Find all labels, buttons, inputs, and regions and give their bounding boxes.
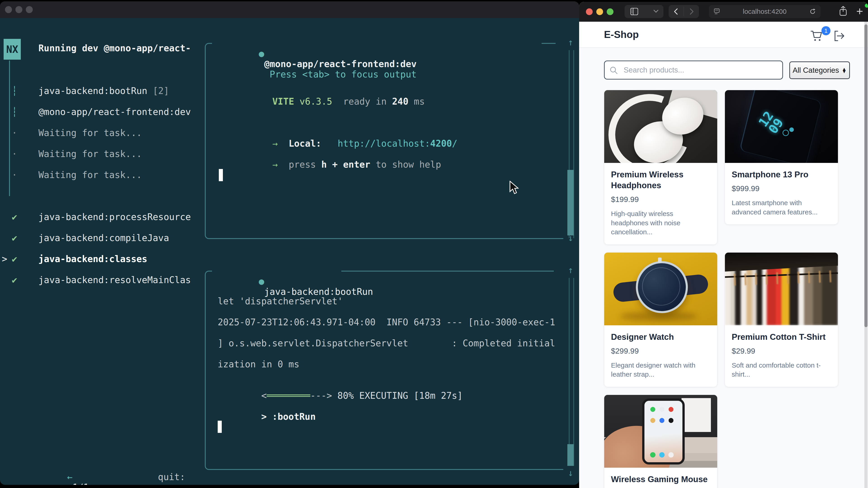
product-price: $29.99 [732, 347, 831, 355]
running-bullet-icon: ● [259, 48, 264, 59]
frontend-pane-header[interactable]: ● @mono-app/react-frontend:dev Press <ta… [215, 38, 416, 90]
product-card[interactable]: Premium Wireless Headphones $199.99 High… [604, 90, 717, 245]
task-list-pending: ┆ java-backend:bootRun [2] ┆ @mono-app/r… [0, 80, 204, 185]
pane-border [341, 271, 554, 271]
nx-run-title: Running dev @mono-app/react- [38, 43, 191, 53]
shop-title: E-Shop [604, 29, 639, 40]
address-bar[interactable]: localhost:4200 [709, 5, 820, 18]
task-label: @mono-app/react-frontend:dev [38, 107, 191, 117]
task-label: Waiting for task... [38, 149, 142, 159]
category-select[interactable]: All Categories ▲▼ [789, 61, 850, 79]
task-row[interactable]: ┆ @mono-app/react-frontend:dev [0, 101, 204, 122]
browser-toolbar: localhost:4200 + [579, 2, 868, 22]
page-scrollbar-thumb[interactable] [864, 24, 868, 327]
product-image-headphones [604, 90, 717, 163]
scroll-down-icon[interactable]: ↓ [568, 233, 573, 243]
task-label: Waiting for task... [38, 128, 142, 138]
selection-caret-icon: > [2, 254, 7, 264]
shop-header: E-Shop 1 [579, 22, 868, 48]
product-name: Smartphone 13 Pro [732, 169, 831, 180]
product-card[interactable]: Wireless Gaming Mouse $79.99 High-perfor… [604, 395, 717, 488]
product-name: Wireless Gaming Mouse [611, 474, 710, 485]
backend-pane [205, 280, 563, 470]
scrollbar-track[interactable] [569, 278, 574, 466]
nx-logo: NX [4, 39, 21, 60]
task-row[interactable]: ✔ java-backend:resolveMainClas [0, 269, 204, 290]
chevron-down-icon[interactable] [653, 9, 658, 13]
log-line: 2025-07-23T12:06:43.971-04:00 INFO 64733… [218, 317, 555, 327]
page-prev-arrow[interactable]: ← [67, 472, 72, 482]
scroll-up-icon[interactable]: ↑ [568, 37, 573, 47]
spinner-icon: ┆ [12, 107, 17, 117]
scrollbar-thumb[interactable] [567, 444, 574, 466]
terminal-minimize-button[interactable] [16, 6, 22, 13]
running-bullet-icon: ● [259, 276, 264, 287]
product-price: $299.99 [611, 347, 710, 355]
share-icon[interactable] [839, 6, 847, 16]
cart-icon[interactable] [810, 30, 823, 42]
mouse-cursor [509, 181, 520, 195]
product-card[interactable]: Designer Watch $299.99 Elegant designer … [604, 252, 717, 387]
task-label: Waiting for task... [38, 170, 142, 180]
scroll-down-icon[interactable]: ↓ [568, 468, 573, 478]
product-description: Elegant designer watch with leather stra… [611, 361, 710, 379]
desktop: NX Running dev @mono-app/react- ┆ java-b… [0, 0, 868, 488]
product-price: $199.99 [611, 195, 710, 204]
product-image-smartphone: 12 09 [725, 90, 838, 163]
task-label: java-backend:processResource [38, 212, 191, 222]
progress-bar: ════════ [267, 390, 310, 401]
browser-minimize-button[interactable] [596, 8, 603, 15]
task-row[interactable]: · Waiting for task... [0, 164, 204, 185]
task-row[interactable]: ✔ java-backend:processResource [0, 206, 204, 227]
forward-icon[interactable] [689, 8, 694, 15]
product-image-tshirts [725, 253, 838, 325]
spinner-icon: ┆ [12, 86, 17, 96]
terminal-titlebar[interactable] [0, 1, 579, 18]
check-icon: ✔ [12, 254, 17, 264]
browser-zoom-button[interactable] [607, 8, 614, 15]
divider [684, 7, 684, 16]
terminal-window: NX Running dev @mono-app/react- ┆ java-b… [0, 1, 579, 485]
product-card[interactable]: Premium Cotton T-Shirt $29.99 Soft and c… [725, 252, 838, 387]
terminal-zoom-button[interactable] [26, 6, 33, 13]
browser-close-button[interactable] [586, 8, 593, 15]
product-description: Soft and comfortable cotton t-shirt... [732, 361, 831, 379]
sidebar-icon[interactable] [630, 8, 638, 15]
task-row[interactable]: ✔ java-backend:compileJava [0, 227, 204, 248]
nav-buttons-group [669, 5, 699, 18]
reload-icon[interactable] [809, 8, 816, 15]
product-name: Designer Watch [611, 332, 710, 343]
check-icon: ✔ [12, 233, 17, 243]
scroll-up-icon[interactable]: ↑ [568, 265, 573, 275]
log-line: ization in 0 ms [218, 359, 299, 369]
product-image-watch [604, 253, 717, 325]
task-row-selected[interactable]: > ✔ java-backend:classes [0, 248, 204, 269]
task-row[interactable]: · Waiting for task... [0, 122, 204, 143]
page-indicator: 1/1 [67, 482, 94, 485]
page-format-icon[interactable] [714, 8, 720, 15]
safari-window: localhost:4200 + E-Shop 1 [579, 2, 868, 488]
product-card[interactable]: 12 09 Smartphone 13 Pro $999.99 Latest s… [725, 90, 838, 225]
search-input[interactable] [604, 61, 783, 79]
task-label: java-backend:resolveMainClas [38, 275, 191, 285]
pending-dot-icon: · [12, 128, 17, 138]
task-label: java-backend:compileJava [38, 233, 169, 243]
product-grid: Premium Wireless Headphones $199.99 High… [604, 90, 838, 488]
task-list-done: ✔ java-backend:processResource ✔ java-ba… [0, 206, 204, 290]
terminal-cursor [218, 421, 222, 433]
dev-server-link[interactable]: 4200 [430, 138, 452, 149]
scrollbar-thumb[interactable] [567, 170, 574, 235]
new-tab-icon[interactable]: + [856, 6, 863, 16]
logout-icon[interactable] [833, 30, 845, 41]
pane-border [541, 43, 556, 44]
task-row[interactable]: ┆ java-backend:bootRun [2] [0, 80, 204, 101]
back-icon[interactable] [674, 8, 678, 15]
sidebar-toggle-group [625, 5, 663, 18]
task-row[interactable]: · Waiting for task... [0, 143, 204, 164]
product-name: Premium Wireless Headphones [611, 169, 710, 191]
cart-count-badge: 1 [822, 26, 831, 35]
url-text: localhost:4200 [743, 8, 786, 15]
product-name: Premium Cotton T-Shirt [732, 332, 831, 343]
check-icon: ✔ [12, 212, 17, 222]
terminal-close-button[interactable] [5, 6, 12, 13]
